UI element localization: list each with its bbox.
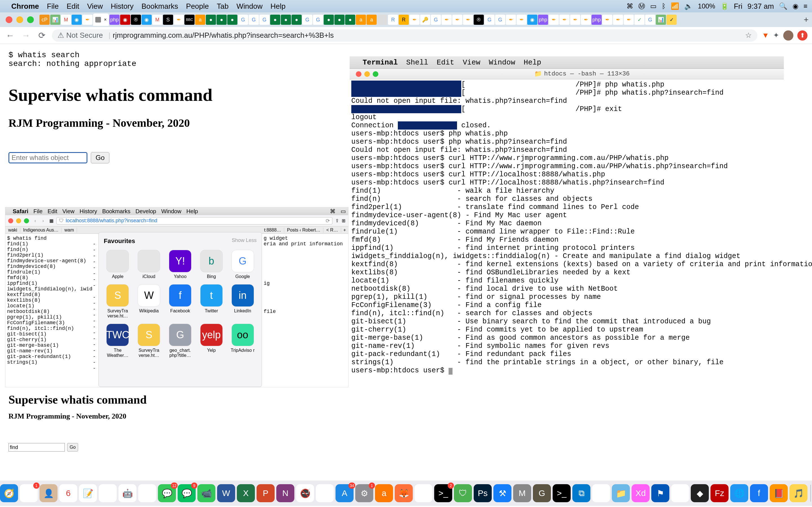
safari-tab[interactable]: waki <box>5 228 20 233</box>
terminal-output[interactable]: [ /PHP]# php whatis.php [ /PHP]# php wha… <box>350 79 784 376</box>
tab-google[interactable]: G <box>485 15 495 25</box>
dock-iterm[interactable]: >_ <box>553 484 571 502</box>
favourite-item[interactable]: Y!Yahoo <box>166 250 194 279</box>
terminal-menu-shell[interactable]: Shell <box>406 58 428 67</box>
dock-onenote[interactable]: N <box>276 484 294 502</box>
tab-php[interactable]: php <box>592 15 602 25</box>
menubar-app-name[interactable]: Chrome <box>11 2 39 11</box>
malware-icon[interactable]: Ⓜ <box>638 2 645 11</box>
tab-bbc[interactable]: BBC <box>185 15 195 25</box>
favourite-item[interactable]: TWCThe Weather… <box>104 324 132 358</box>
dock-audio[interactable]: 🎵 <box>790 484 808 502</box>
dock-flag[interactable]: ⚑ <box>651 484 669 502</box>
close-window-button[interactable] <box>6 16 12 23</box>
terminal-menu-window[interactable]: Window <box>489 58 515 67</box>
reload-button[interactable]: ⟳ <box>36 31 47 40</box>
tab-check[interactable]: ✓ <box>666 15 677 25</box>
tab-icon[interactable]: ✒ <box>174 15 184 25</box>
tab-icon[interactable]: ✒ <box>624 15 634 25</box>
tab-amazon[interactable]: a <box>356 15 366 25</box>
dock-terminal[interactable]: >_2 <box>434 484 452 502</box>
tab-google[interactable]: G <box>249 15 259 25</box>
safari-tab[interactable]: Posts ‹ Robert… <box>284 228 323 233</box>
minimize-window-button[interactable] <box>16 16 23 23</box>
dock-shield[interactable]: 🛡 <box>454 484 472 502</box>
safari-back-button[interactable]: ‹ <box>32 218 39 223</box>
terminal-menu-help[interactable]: Help <box>523 58 541 67</box>
tab-icon[interactable]: S <box>163 15 173 25</box>
go-button-2[interactable]: Go <box>67 443 78 452</box>
tab-icon[interactable]: ✒ <box>549 15 559 25</box>
favourite-item[interactable]: Ggeo_chart. php?title… <box>166 324 194 358</box>
dock-excel[interactable]: X <box>237 484 255 502</box>
tab-icon[interactable]: 📊 <box>656 15 666 25</box>
dock-facetime[interactable]: 📹 <box>197 484 215 502</box>
tab-icon[interactable]: ● <box>324 15 334 25</box>
active-tab[interactable]: × <box>93 13 109 26</box>
notification-center-icon[interactable]: ≡ <box>804 2 808 10</box>
tab-google[interactable]: G <box>431 15 441 25</box>
address-bar[interactable]: ⚠ Not Secure | rjmprogramming.com.au/PHP… <box>52 29 757 42</box>
dock-powerpoint[interactable]: P <box>257 484 274 502</box>
safari-tab[interactable]: wam <box>61 228 77 233</box>
safari-menu-bookmarks[interactable]: Bookmarks <box>102 208 131 215</box>
bookmark-star-icon[interactable]: ☆ <box>745 31 752 40</box>
favourite-item[interactable]: SSurveyTra verse.ht… <box>104 284 132 319</box>
share-icon[interactable]: ⇪ <box>335 218 339 223</box>
favourites-show-less[interactable]: Show Less <box>232 237 257 245</box>
dock-xd[interactable]: Xd <box>631 484 650 502</box>
back-button[interactable]: ← <box>4 31 16 40</box>
safari-menuextra-icon[interactable]: ⌘ <box>330 208 336 215</box>
tab-icon[interactable]: ✒ <box>559 15 569 25</box>
tab-icon[interactable]: ✒ <box>506 15 516 25</box>
safari-tab[interactable]: t:8888… <box>261 228 284 233</box>
favourite-item[interactable]: GGoogle <box>229 250 257 279</box>
tab-icon[interactable]: ◉ <box>120 15 130 25</box>
menu-view[interactable]: View <box>87 2 103 11</box>
favourite-item[interactable]: Apple <box>104 250 132 279</box>
safari-menu-help[interactable]: Help <box>186 208 198 215</box>
favourite-item[interactable]: SSurveyTra verse.ht… <box>135 324 163 358</box>
tab-google[interactable]: G <box>495 15 505 25</box>
menu-help[interactable]: Help <box>270 2 285 11</box>
dock-contacts[interactable]: 👤 <box>40 484 57 502</box>
tab-google[interactable]: G <box>645 15 655 25</box>
safari-menu-file[interactable]: File <box>34 208 43 215</box>
dock-calendar[interactable]: 6 <box>59 484 77 502</box>
update-indicator[interactable]: ⬆ <box>797 31 808 41</box>
tab-icon[interactable]: ● <box>345 15 355 25</box>
spotlight-icon[interactable]: 🔍 <box>779 2 788 10</box>
safari-forward-button[interactable]: › <box>40 218 47 223</box>
favourite-item[interactable]: WWikipedia <box>135 284 163 319</box>
dock-globe[interactable]: 🌐 <box>730 484 748 502</box>
tab-icon[interactable]: ✒ <box>463 15 473 25</box>
reload-icon[interactable]: ⟳ <box>326 218 330 224</box>
tab-icon[interactable]: ✒ <box>602 15 612 25</box>
safari-close-button[interactable] <box>8 218 13 223</box>
terminal-menu-edit[interactable]: Edit <box>437 58 454 67</box>
menu-bookmarks[interactable]: Bookmarks <box>142 2 178 11</box>
tab-icon[interactable]: ✒ <box>82 15 93 25</box>
tab-icon[interactable]: ✒ <box>452 15 462 25</box>
dock-systemprefs[interactable]: ⚙1 <box>355 484 373 502</box>
favourite-item[interactable]: iCloud <box>135 250 163 279</box>
tab-icon[interactable]: ® <box>474 15 484 25</box>
tab-icon[interactable]: ✒ <box>516 15 527 25</box>
favourite-item[interactable]: yelpYelp <box>197 324 225 358</box>
dock-messages[interactable]: 💬12 <box>158 484 176 502</box>
tab-close-button[interactable]: × <box>104 17 107 22</box>
tab-icon[interactable]: ® <box>131 15 141 25</box>
volume-icon[interactable]: 🔈 <box>684 2 693 10</box>
tab-icon[interactable]: ✒ <box>581 15 591 25</box>
terminal-menu-view[interactable]: View <box>463 58 480 67</box>
tab-icon[interactable]: ✓ <box>635 15 645 25</box>
dock-facebook[interactable]: f <box>750 484 768 502</box>
tab-icon[interactable]: ◉ <box>527 15 538 25</box>
tab-google[interactable]: G <box>302 15 312 25</box>
tab-icon[interactable]: ◉ <box>71 15 82 25</box>
dock-mamp[interactable]: M <box>513 484 531 502</box>
dock-unity[interactable]: ◆ <box>691 484 709 502</box>
safari-menu-window[interactable]: Window <box>161 208 181 215</box>
battery-icon[interactable]: 🔋 <box>720 2 729 10</box>
menu-tab[interactable]: Tab <box>217 2 229 11</box>
